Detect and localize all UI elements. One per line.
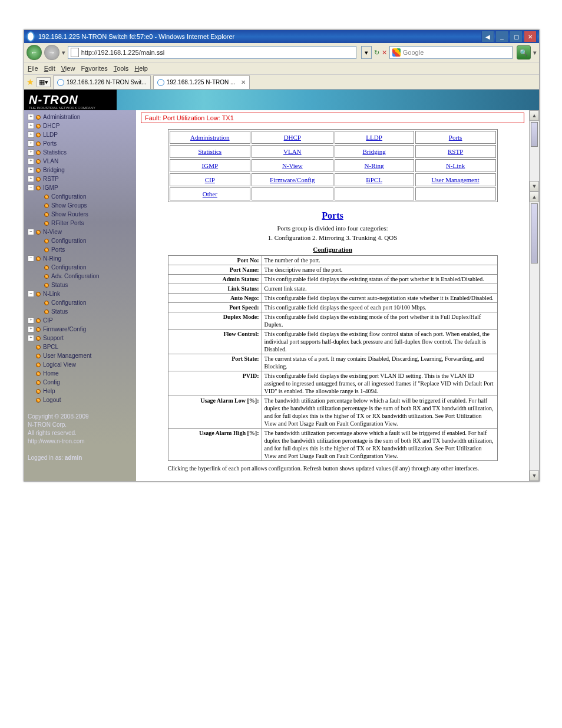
expander-icon[interactable]: − <box>28 255 34 262</box>
grid-usermgmt[interactable]: User Management <box>432 176 480 183</box>
expander-icon[interactable]: + <box>28 149 34 156</box>
nav-igmp[interactable]: IGMP <box>43 185 58 191</box>
grid-dhcp[interactable]: DHCP <box>284 134 301 141</box>
grid-nview[interactable]: N-View <box>282 162 303 169</box>
nav-firmware[interactable]: Firmware/Config <box>43 326 86 332</box>
scroll-up-icon[interactable]: ▲ <box>530 110 539 121</box>
minimize-button[interactable]: _ <box>495 31 508 42</box>
menu-edit[interactable]: Edit <box>44 65 55 72</box>
vertical-scrollbar[interactable]: ▲ ▼ ▲ ▼ <box>529 110 539 481</box>
scroll-down-icon[interactable]: ▼ <box>530 470 539 481</box>
nav-administration[interactable]: Administration <box>43 114 80 120</box>
grid-bpcl[interactable]: BPCL <box>366 176 382 183</box>
expander-icon[interactable]: + <box>28 176 34 182</box>
bullet-icon <box>36 354 41 358</box>
nav-home[interactable]: Home <box>43 370 59 377</box>
grid-ports[interactable]: Ports <box>449 134 462 141</box>
close-button[interactable]: ✕ <box>524 31 537 42</box>
bullet-icon <box>36 345 41 350</box>
tab-switch-226[interactable]: 192.168.1.226 N-TRON Swit... <box>53 75 151 89</box>
nav-igmp-show-routers[interactable]: Show Routers <box>51 211 88 218</box>
dropdown-icon[interactable]: ▾ <box>62 49 65 57</box>
grid-cip[interactable]: CIP <box>205 176 215 183</box>
menu-favorites[interactable]: Favorites <box>81 65 107 72</box>
grid-igmp[interactable]: IGMP <box>202 162 219 169</box>
grid-rstp[interactable]: RSTP <box>448 148 463 155</box>
nav-statistics[interactable]: Statistics <box>43 149 67 156</box>
search-go-button[interactable]: 🔍 <box>517 45 531 60</box>
nav-nview[interactable]: N-View <box>43 229 62 235</box>
nav-vlan[interactable]: VLAN <box>43 158 58 164</box>
nav-nlink[interactable]: N-Link <box>43 291 60 297</box>
ie-icon <box>157 79 164 86</box>
nav-logical-view[interactable]: Logical View <box>43 361 76 368</box>
expander-icon[interactable]: − <box>28 185 34 191</box>
nav-nview-configuration[interactable]: Configuration <box>51 238 86 244</box>
grid-bridging[interactable]: Bridging <box>363 148 386 155</box>
favorites-icon[interactable]: ★ <box>27 77 34 87</box>
url-input[interactable]: http://192.168.1.225/main.ssi <box>68 46 356 59</box>
menu-tools[interactable]: Tools <box>114 65 129 72</box>
nav-nlink-configuration[interactable]: Configuration <box>51 299 86 306</box>
nav-igmp-configuration[interactable]: Configuration <box>51 193 86 200</box>
nav-ports[interactable]: Ports <box>43 140 57 147</box>
menu-help[interactable]: Help <box>134 65 148 72</box>
nav-help[interactable]: Help <box>43 388 55 394</box>
expander-icon[interactable]: + <box>28 326 34 332</box>
stop-icon[interactable]: ✕ <box>382 49 387 57</box>
quicktabs-icon[interactable]: ▦▾ <box>37 77 51 87</box>
expander-icon[interactable]: + <box>28 167 34 173</box>
refresh-icon[interactable]: ↻ <box>374 49 379 57</box>
corp-url-link[interactable]: http://www.n-tron.com <box>28 438 85 444</box>
speaker-icon[interactable]: ◀ <box>481 31 494 42</box>
grid-administration[interactable]: Administration <box>190 134 230 141</box>
grid-lldp[interactable]: LLDP <box>366 134 382 141</box>
expander-icon[interactable]: − <box>28 229 34 235</box>
grid-firmware[interactable]: Firmware/Config <box>270 176 315 183</box>
nav-igmp-show-groups[interactable]: Show Groups <box>51 202 87 209</box>
nav-lldp[interactable]: LLDP <box>43 131 58 138</box>
dropdown-icon[interactable]: ▾ <box>361 46 372 59</box>
nav-config[interactable]: Config <box>43 379 60 386</box>
dropdown-icon[interactable]: ▾ <box>533 49 537 57</box>
menu-view[interactable]: View <box>61 65 75 72</box>
restore-button[interactable]: ▢ <box>510 31 523 42</box>
nav-nring-adv-configuration[interactable]: Adv. Configuration <box>51 273 100 279</box>
nav-igmp-rfilter[interactable]: RFilter Ports <box>51 220 84 226</box>
nav-nview-ports[interactable]: Ports <box>51 246 65 253</box>
scroll-down-icon[interactable]: ▼ <box>530 181 539 192</box>
grid-vlan[interactable]: VLAN <box>283 148 302 155</box>
nav-forward-button[interactable]: → <box>44 45 59 60</box>
expander-icon[interactable]: − <box>28 291 34 297</box>
grid-nring[interactable]: N-Ring <box>365 162 384 169</box>
nav-back-button[interactable]: ← <box>27 45 42 60</box>
nav-nring-status[interactable]: Status <box>51 282 68 288</box>
grid-other[interactable]: Other <box>203 190 217 197</box>
expander-icon[interactable]: + <box>28 114 34 120</box>
nav-nlink-status[interactable]: Status <box>51 308 68 315</box>
expander-icon[interactable]: + <box>28 131 34 138</box>
expander-icon[interactable]: + <box>28 123 34 129</box>
tab-switch-225[interactable]: 192.168.1.225 N-TRON ... ✕ <box>153 75 250 89</box>
nav-user-management[interactable]: User Management <box>43 353 91 359</box>
expander-icon[interactable]: + <box>28 158 34 164</box>
nav-nring[interactable]: N-Ring <box>43 255 61 262</box>
grid-statistics[interactable]: Statistics <box>198 148 222 155</box>
nav-nring-configuration[interactable]: Configuration <box>51 264 86 271</box>
nav-rstp[interactable]: RSTP <box>43 176 59 182</box>
search-placeholder: Google <box>403 49 424 56</box>
nav-dhcp[interactable]: DHCP <box>43 123 59 129</box>
expander-icon[interactable]: + <box>28 140 34 147</box>
search-input[interactable]: Google <box>389 46 513 59</box>
nav-cip[interactable]: CIP <box>43 317 53 324</box>
menu-file[interactable]: File <box>28 65 38 72</box>
expander-icon[interactable]: + <box>28 335 34 341</box>
nav-logout[interactable]: Logout <box>43 397 61 403</box>
nav-support[interactable]: Support <box>43 335 64 341</box>
expander-icon[interactable]: + <box>28 317 34 324</box>
nav-bridging[interactable]: Bridging <box>43 167 65 173</box>
grid-nlink[interactable]: N-Link <box>446 162 465 169</box>
close-tab-icon[interactable]: ✕ <box>241 79 246 85</box>
nav-bpcl[interactable]: BPCL <box>43 344 58 350</box>
scroll-up-icon[interactable]: ▲ <box>530 192 539 202</box>
